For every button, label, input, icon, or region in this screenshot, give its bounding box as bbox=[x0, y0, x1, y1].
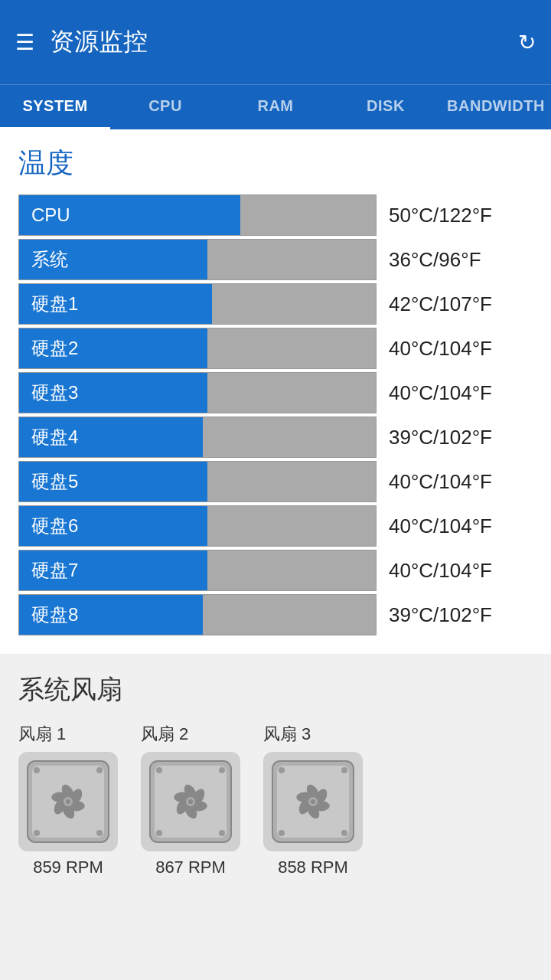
temp-bar-container: 硬盘8 bbox=[18, 594, 377, 635]
svg-point-5 bbox=[96, 767, 103, 773]
temp-value: 40°C/104°F bbox=[389, 337, 492, 361]
fan-label: 风扇 1 bbox=[18, 723, 66, 746]
temp-value: 39°C/102°F bbox=[389, 426, 492, 449]
svg-point-21 bbox=[341, 767, 347, 773]
tab-bandwidth[interactable]: BANDWIDTH bbox=[441, 85, 551, 129]
temp-row: 硬盘7 40°C/104°F bbox=[18, 550, 533, 591]
svg-point-7 bbox=[96, 830, 103, 836]
temperature-title: 温度 bbox=[18, 145, 533, 182]
temp-label: 硬盘8 bbox=[19, 595, 142, 635]
svg-point-11 bbox=[188, 799, 193, 804]
temp-bar-container: 硬盘7 bbox=[18, 550, 377, 591]
temp-row: 硬盘6 40°C/104°F bbox=[18, 505, 533, 547]
fans-row: 风扇 1 859 RPM bbox=[18, 723, 533, 877]
tab-bar: SYSTEM CPU RAM DISK BANDWIDTH bbox=[0, 84, 551, 129]
fan-section-title: 系统风扇 bbox=[18, 672, 533, 707]
temp-bar-fill bbox=[142, 417, 203, 457]
temperature-section: 温度 CPU 50°C/122°F 系统 36°C/96°F 硬盘1 42°C/… bbox=[0, 129, 551, 654]
fan-rpm: 859 RPM bbox=[33, 858, 103, 877]
temp-value: 42°C/107°F bbox=[389, 292, 492, 316]
fan-label: 风扇 3 bbox=[263, 723, 311, 746]
temp-bar-container: 硬盘2 bbox=[18, 328, 377, 369]
temp-bar-container: CPU bbox=[18, 194, 377, 236]
refresh-icon[interactable]: ↻ bbox=[518, 30, 536, 55]
temp-label: 硬盘6 bbox=[19, 506, 142, 546]
fan-item: 风扇 2 867 RPM bbox=[141, 723, 240, 877]
temp-bar-fill bbox=[142, 240, 207, 279]
temp-bar-fill bbox=[142, 328, 207, 368]
svg-point-6 bbox=[34, 830, 40, 836]
tab-disk[interactable]: DISK bbox=[331, 85, 441, 129]
temp-value: 39°C/102°F bbox=[389, 603, 492, 627]
fan-icon-box bbox=[18, 752, 118, 851]
temp-bar-container: 硬盘1 bbox=[18, 283, 377, 325]
svg-point-15 bbox=[219, 830, 225, 836]
temp-label: 硬盘7 bbox=[19, 550, 142, 590]
fan-item: 风扇 1 859 RPM bbox=[18, 723, 118, 877]
svg-point-3 bbox=[66, 799, 70, 804]
temp-bar-fill bbox=[142, 284, 212, 324]
temp-bar-container: 硬盘4 bbox=[18, 416, 377, 458]
svg-point-23 bbox=[341, 830, 347, 836]
temp-value: 36°C/96°F bbox=[389, 248, 481, 272]
temp-label: CPU bbox=[19, 195, 142, 235]
svg-point-4 bbox=[34, 767, 40, 773]
temp-value: 50°C/122°F bbox=[389, 204, 492, 227]
temp-row: 系统 36°C/96°F bbox=[18, 239, 533, 280]
temp-value: 40°C/104°F bbox=[389, 514, 492, 538]
fan-rpm: 867 RPM bbox=[155, 858, 226, 877]
temp-label: 硬盘1 bbox=[19, 284, 142, 324]
temp-row: 硬盘8 39°C/102°F bbox=[18, 594, 533, 635]
temp-row: 硬盘3 40°C/104°F bbox=[18, 372, 533, 413]
temp-bar-fill bbox=[142, 506, 207, 546]
temp-row: 硬盘4 39°C/102°F bbox=[18, 416, 533, 458]
fan-icon-box bbox=[141, 752, 240, 851]
temperature-rows: CPU 50°C/122°F 系统 36°C/96°F 硬盘1 42°C/107… bbox=[18, 194, 533, 635]
temp-bar-fill bbox=[142, 195, 240, 235]
temp-bar-container: 硬盘3 bbox=[18, 372, 377, 413]
app-title: 资源监控 bbox=[50, 25, 518, 59]
svg-point-12 bbox=[156, 767, 162, 773]
tab-system[interactable]: SYSTEM bbox=[0, 85, 110, 129]
fan-icon-box bbox=[263, 752, 363, 851]
temp-bar-fill bbox=[142, 373, 207, 413]
temp-bar-container: 硬盘6 bbox=[18, 505, 377, 547]
tab-ram[interactable]: RAM bbox=[220, 85, 331, 129]
temp-label: 硬盘3 bbox=[19, 373, 142, 413]
temp-row: CPU 50°C/122°F bbox=[18, 194, 533, 236]
temp-bar-fill bbox=[142, 462, 207, 501]
fan-rpm: 858 RPM bbox=[278, 858, 348, 877]
fan-icon bbox=[148, 760, 233, 844]
temp-row: 硬盘1 42°C/107°F bbox=[18, 283, 533, 325]
fan-icon bbox=[26, 760, 110, 844]
temp-value: 40°C/104°F bbox=[389, 381, 492, 405]
fan-label: 风扇 2 bbox=[141, 723, 188, 746]
svg-point-19 bbox=[311, 799, 315, 804]
temp-bar-container: 系统 bbox=[18, 239, 377, 280]
menu-icon[interactable]: ☰ bbox=[15, 30, 34, 55]
fan-section: 系统风扇 风扇 1 bbox=[0, 654, 551, 900]
svg-point-14 bbox=[156, 830, 162, 836]
svg-point-22 bbox=[279, 830, 285, 836]
tab-cpu[interactable]: CPU bbox=[110, 85, 220, 129]
fan-item: 风扇 3 858 RPM bbox=[263, 723, 363, 877]
svg-point-13 bbox=[219, 767, 225, 773]
temp-bar-container: 硬盘5 bbox=[18, 461, 377, 502]
temp-row: 硬盘5 40°C/104°F bbox=[18, 461, 533, 502]
temp-bar-fill bbox=[142, 595, 203, 635]
temp-row: 硬盘2 40°C/104°F bbox=[18, 328, 533, 369]
temp-label: 硬盘4 bbox=[19, 417, 142, 457]
temp-label: 硬盘2 bbox=[19, 328, 142, 368]
temp-label: 系统 bbox=[19, 240, 142, 279]
temp-value: 40°C/104°F bbox=[389, 470, 492, 494]
temp-value: 40°C/104°F bbox=[389, 559, 492, 583]
temp-label: 硬盘5 bbox=[19, 462, 142, 501]
temp-bar-fill bbox=[142, 550, 207, 590]
header: ☰ 资源监控 ↻ bbox=[0, 0, 551, 84]
svg-point-20 bbox=[279, 767, 285, 773]
fan-icon bbox=[271, 760, 355, 844]
